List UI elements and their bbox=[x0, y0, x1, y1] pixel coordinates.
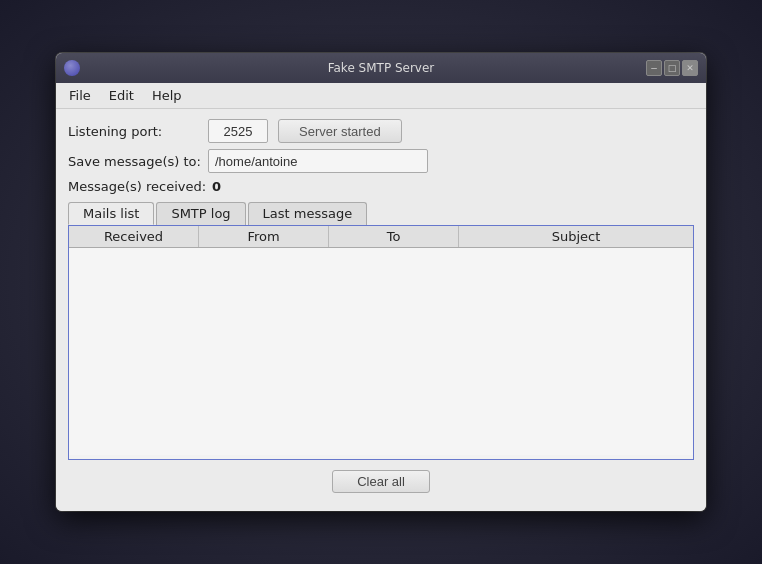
window-title: Fake SMTP Server bbox=[56, 61, 706, 75]
col-from: From bbox=[199, 226, 329, 247]
table-header: Received From To Subject bbox=[69, 226, 693, 248]
titlebar: Fake SMTP Server − □ ✕ bbox=[56, 53, 706, 83]
window-controls: − □ ✕ bbox=[646, 60, 698, 76]
col-received: Received bbox=[69, 226, 199, 247]
mails-table: Received From To Subject bbox=[68, 225, 694, 460]
messages-received-label: Message(s) received: bbox=[68, 179, 208, 194]
main-content: Listening port: Server started Save mess… bbox=[56, 109, 706, 511]
bottom-bar: Clear all bbox=[68, 460, 694, 499]
clear-all-button[interactable]: Clear all bbox=[332, 470, 430, 493]
menubar: File Edit Help bbox=[56, 83, 706, 109]
desktop: Fake SMTP Server − □ ✕ File Edit Help Li… bbox=[0, 0, 762, 564]
port-row: Listening port: Server started bbox=[68, 119, 694, 143]
file-menu[interactable]: File bbox=[60, 85, 100, 106]
minimize-button[interactable]: − bbox=[646, 60, 662, 76]
col-to: To bbox=[329, 226, 459, 247]
tab-smtp-log[interactable]: SMTP log bbox=[156, 202, 245, 225]
tab-last-message[interactable]: Last message bbox=[248, 202, 368, 225]
save-path-input[interactable] bbox=[208, 149, 428, 173]
close-button[interactable]: ✕ bbox=[682, 60, 698, 76]
messages-count: 0 bbox=[212, 179, 221, 194]
port-label: Listening port: bbox=[68, 124, 208, 139]
maximize-button[interactable]: □ bbox=[664, 60, 680, 76]
save-to-row: Save message(s) to: bbox=[68, 149, 694, 173]
table-body bbox=[69, 248, 693, 455]
tabs: Mails list SMTP log Last message bbox=[68, 202, 694, 225]
messages-received-row: Message(s) received: 0 bbox=[68, 179, 694, 194]
main-window: Fake SMTP Server − □ ✕ File Edit Help Li… bbox=[56, 53, 706, 511]
app-icon bbox=[64, 60, 80, 76]
port-input[interactable] bbox=[208, 119, 268, 143]
col-subject: Subject bbox=[459, 226, 693, 247]
edit-menu[interactable]: Edit bbox=[100, 85, 143, 106]
save-to-label: Save message(s) to: bbox=[68, 154, 208, 169]
help-menu[interactable]: Help bbox=[143, 85, 191, 106]
server-started-button[interactable]: Server started bbox=[278, 119, 402, 143]
tab-mails-list[interactable]: Mails list bbox=[68, 202, 154, 225]
